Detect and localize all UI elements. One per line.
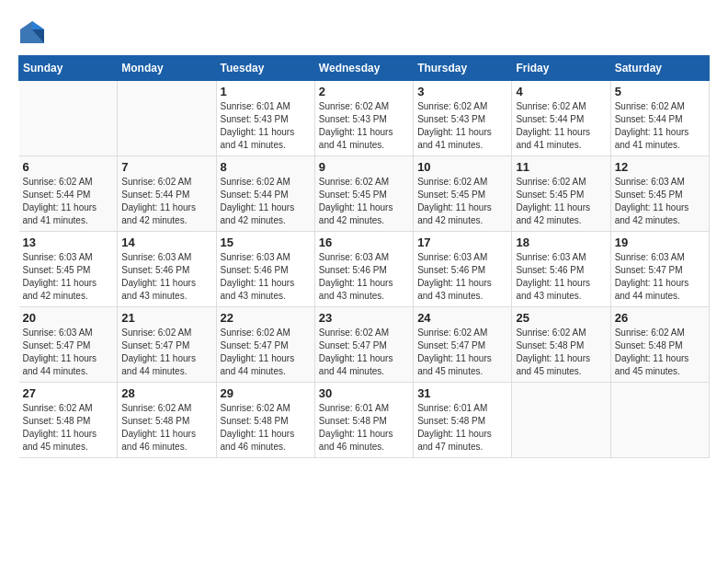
calendar-cell: 3Sunrise: 6:02 AM Sunset: 5:43 PM Daylig… [414,81,512,156]
day-info: Sunrise: 6:03 AM Sunset: 5:46 PM Dayligh… [516,251,606,303]
day-number: 9 [319,160,409,174]
day-info: Sunrise: 6:02 AM Sunset: 5:44 PM Dayligh… [615,100,705,152]
day-info: Sunrise: 6:01 AM Sunset: 5:48 PM Dayligh… [319,402,409,454]
day-number: 15 [221,236,311,249]
day-info: Sunrise: 6:02 AM Sunset: 5:44 PM Dayligh… [516,100,606,152]
calendar-week-row: 13Sunrise: 6:03 AM Sunset: 5:45 PM Dayli… [19,232,710,307]
calendar-cell: 5Sunrise: 6:02 AM Sunset: 5:44 PM Daylig… [610,81,709,156]
day-info: Sunrise: 6:02 AM Sunset: 5:45 PM Dayligh… [516,176,606,227]
day-number: 27 [23,386,114,400]
day-number: 23 [319,311,409,325]
calendar-body: 1Sunrise: 6:01 AM Sunset: 5:43 PM Daylig… [19,81,710,458]
weekday-tuesday: Tuesday [216,56,314,81]
calendar-cell: 20Sunrise: 6:03 AM Sunset: 5:47 PM Dayli… [19,307,118,383]
page-header [18,18,710,46]
day-info: Sunrise: 6:03 AM Sunset: 5:47 PM Dayligh… [615,251,705,303]
day-info: Sunrise: 6:02 AM Sunset: 5:43 PM Dayligh… [417,100,507,152]
day-info: Sunrise: 6:03 AM Sunset: 5:45 PM Dayligh… [615,176,705,227]
day-number: 3 [417,85,507,98]
day-info: Sunrise: 6:02 AM Sunset: 5:47 PM Dayligh… [319,327,409,378]
calendar-cell: 22Sunrise: 6:02 AM Sunset: 5:47 PM Dayli… [216,307,314,383]
day-info: Sunrise: 6:02 AM Sunset: 5:47 PM Dayligh… [221,327,311,378]
day-info: Sunrise: 6:03 AM Sunset: 5:46 PM Dayligh… [319,251,409,303]
day-info: Sunrise: 6:01 AM Sunset: 5:43 PM Dayligh… [221,100,311,152]
calendar-cell: 14Sunrise: 6:03 AM Sunset: 5:46 PM Dayli… [118,232,216,307]
day-number: 24 [417,311,507,325]
day-info: Sunrise: 6:02 AM Sunset: 5:45 PM Dayligh… [417,176,507,227]
day-info: Sunrise: 6:02 AM Sunset: 5:48 PM Dayligh… [615,327,705,378]
day-number: 17 [417,236,507,249]
day-number: 22 [221,311,311,325]
day-number: 26 [615,311,705,325]
day-info: Sunrise: 6:03 AM Sunset: 5:47 PM Dayligh… [23,327,114,378]
calendar-cell: 11Sunrise: 6:02 AM Sunset: 5:45 PM Dayli… [512,156,610,232]
day-info: Sunrise: 6:02 AM Sunset: 5:44 PM Dayligh… [23,176,114,227]
calendar-week-row: 1Sunrise: 6:01 AM Sunset: 5:43 PM Daylig… [19,81,710,156]
day-info: Sunrise: 6:02 AM Sunset: 5:48 PM Dayligh… [23,402,114,454]
day-info: Sunrise: 6:02 AM Sunset: 5:44 PM Dayligh… [121,176,211,227]
weekday-saturday: Saturday [610,56,709,81]
weekday-thursday: Thursday [414,56,512,81]
logo-icon [18,18,46,46]
calendar-cell: 28Sunrise: 6:02 AM Sunset: 5:48 PM Dayli… [118,383,216,458]
day-number: 2 [319,85,409,98]
calendar-cell: 18Sunrise: 6:03 AM Sunset: 5:46 PM Dayli… [512,232,610,307]
calendar-cell: 26Sunrise: 6:02 AM Sunset: 5:48 PM Dayli… [610,307,709,383]
day-info: Sunrise: 6:03 AM Sunset: 5:46 PM Dayligh… [121,251,211,303]
calendar-cell: 30Sunrise: 6:01 AM Sunset: 5:48 PM Dayli… [314,383,413,458]
calendar-cell: 8Sunrise: 6:02 AM Sunset: 5:44 PM Daylig… [216,156,314,232]
svg-marker-1 [32,21,44,29]
day-info: Sunrise: 6:03 AM Sunset: 5:45 PM Dayligh… [23,251,114,303]
day-number: 1 [221,85,311,98]
calendar-cell: 9Sunrise: 6:02 AM Sunset: 5:45 PM Daylig… [314,156,413,232]
day-number: 28 [121,386,211,400]
day-number: 25 [516,311,606,325]
calendar-cell: 29Sunrise: 6:02 AM Sunset: 5:48 PM Dayli… [216,383,314,458]
day-number: 7 [121,160,211,174]
calendar-cell: 19Sunrise: 6:03 AM Sunset: 5:47 PM Dayli… [610,232,709,307]
calendar-cell: 6Sunrise: 6:02 AM Sunset: 5:44 PM Daylig… [19,156,118,232]
weekday-friday: Friday [512,56,610,81]
day-number: 18 [516,236,606,249]
weekday-header-row: SundayMondayTuesdayWednesdayThursdayFrid… [19,56,710,81]
day-number: 19 [615,236,705,249]
calendar-cell: 2Sunrise: 6:02 AM Sunset: 5:43 PM Daylig… [314,81,413,156]
calendar-cell: 24Sunrise: 6:02 AM Sunset: 5:47 PM Dayli… [414,307,512,383]
calendar-cell [118,81,216,156]
day-info: Sunrise: 6:01 AM Sunset: 5:48 PM Dayligh… [417,402,507,454]
day-number: 11 [516,160,606,174]
calendar-cell: 21Sunrise: 6:02 AM Sunset: 5:47 PM Dayli… [118,307,216,383]
calendar-cell: 12Sunrise: 6:03 AM Sunset: 5:45 PM Dayli… [610,156,709,232]
calendar-cell: 16Sunrise: 6:03 AM Sunset: 5:46 PM Dayli… [314,232,413,307]
calendar-cell: 4Sunrise: 6:02 AM Sunset: 5:44 PM Daylig… [512,81,610,156]
calendar-cell: 31Sunrise: 6:01 AM Sunset: 5:48 PM Dayli… [414,383,512,458]
logo [18,18,48,46]
calendar-cell: 7Sunrise: 6:02 AM Sunset: 5:44 PM Daylig… [118,156,216,232]
day-info: Sunrise: 6:02 AM Sunset: 5:48 PM Dayligh… [516,327,606,378]
day-info: Sunrise: 6:02 AM Sunset: 5:48 PM Dayligh… [121,402,211,454]
day-number: 14 [121,236,211,249]
day-number: 12 [615,160,705,174]
calendar-cell [19,81,118,156]
calendar-cell: 27Sunrise: 6:02 AM Sunset: 5:48 PM Dayli… [19,383,118,458]
day-info: Sunrise: 6:02 AM Sunset: 5:47 PM Dayligh… [417,327,507,378]
calendar-cell: 1Sunrise: 6:01 AM Sunset: 5:43 PM Daylig… [216,81,314,156]
day-info: Sunrise: 6:02 AM Sunset: 5:47 PM Dayligh… [121,327,211,378]
calendar-week-row: 27Sunrise: 6:02 AM Sunset: 5:48 PM Dayli… [19,383,710,458]
calendar-week-row: 6Sunrise: 6:02 AM Sunset: 5:44 PM Daylig… [19,156,710,232]
weekday-wednesday: Wednesday [314,56,413,81]
calendar-cell: 10Sunrise: 6:02 AM Sunset: 5:45 PM Dayli… [414,156,512,232]
calendar-cell: 25Sunrise: 6:02 AM Sunset: 5:48 PM Dayli… [512,307,610,383]
day-info: Sunrise: 6:03 AM Sunset: 5:46 PM Dayligh… [221,251,311,303]
calendar-table: SundayMondayTuesdayWednesdayThursdayFrid… [18,55,710,458]
calendar-cell: 13Sunrise: 6:03 AM Sunset: 5:45 PM Dayli… [19,232,118,307]
day-info: Sunrise: 6:02 AM Sunset: 5:48 PM Dayligh… [221,402,311,454]
day-number: 13 [23,236,114,249]
day-number: 4 [516,85,606,98]
calendar-cell [610,383,709,458]
day-number: 20 [23,311,114,325]
day-number: 31 [417,386,507,400]
day-number: 30 [319,386,409,400]
calendar-cell: 15Sunrise: 6:03 AM Sunset: 5:46 PM Dayli… [216,232,314,307]
day-number: 8 [221,160,311,174]
